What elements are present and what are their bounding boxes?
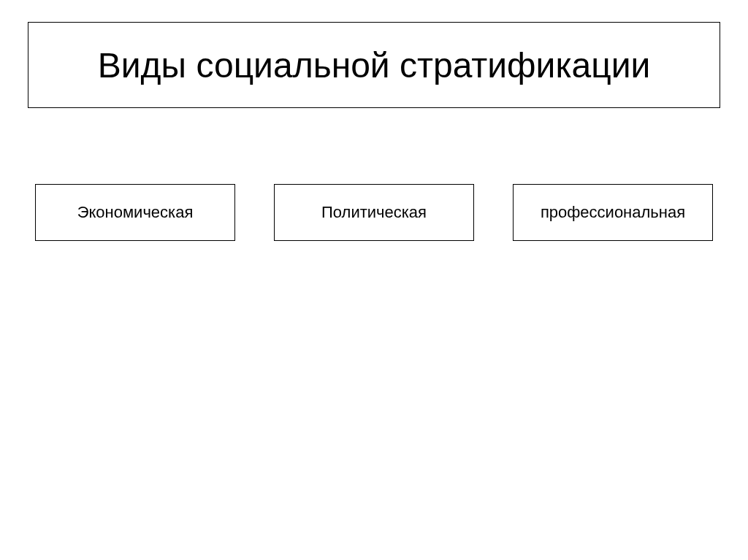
category-label: Политическая: [321, 203, 427, 222]
category-label: Экономическая: [77, 203, 194, 222]
category-box-professional: профессиональная: [513, 184, 713, 241]
title-box: Виды социальной стратификации: [28, 22, 720, 108]
category-label: профессиональная: [541, 203, 685, 222]
page-title: Виды социальной стратификации: [98, 45, 651, 85]
category-box-political: Политическая: [274, 184, 474, 241]
categories-container: Экономическая Политическая профессиональ…: [35, 184, 713, 241]
category-box-economic: Экономическая: [35, 184, 235, 241]
